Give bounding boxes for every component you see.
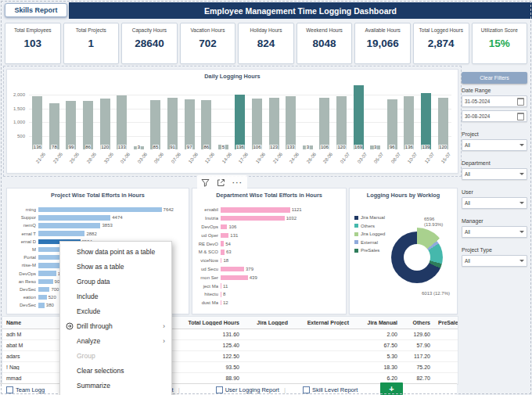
bar-row-hitectu[interactable]: hitectu8 bbox=[196, 290, 343, 299]
bar-value-label: 380 bbox=[46, 303, 54, 307]
daily-bar[interactable] bbox=[201, 100, 211, 149]
y-axis-tick-label: 1,000 bbox=[13, 120, 25, 124]
daily-bar[interactable] bbox=[235, 95, 245, 149]
h-bar[interactable] bbox=[221, 216, 285, 221]
daily-bar[interactable] bbox=[100, 99, 110, 149]
context-menu-item-drill-through[interactable]: Drill through› bbox=[60, 318, 171, 333]
daily-bar[interactable] bbox=[32, 96, 42, 149]
date-input[interactable]: 30-08-2024 bbox=[462, 110, 527, 122]
context-menu-item-group-data[interactable]: Group data bbox=[60, 274, 171, 289]
bar-row-ud-oper[interactable]: ud Oper131 bbox=[196, 231, 343, 239]
h-bar[interactable] bbox=[38, 279, 53, 285]
filter-icon[interactable] bbox=[201, 176, 210, 190]
worklog-donut[interactable] bbox=[387, 228, 447, 287]
bar-row-mon-ser[interactable]: mon Ser439 bbox=[196, 273, 343, 282]
department-efforts-chart[interactable]: Department Wise Total Efforts in Hours e… bbox=[192, 188, 347, 314]
add-page-button[interactable]: + bbox=[380, 382, 403, 395]
daily-bar-label: 3 bbox=[137, 145, 140, 150]
dropdown-project[interactable]: All bbox=[462, 139, 527, 151]
daily-bar[interactable] bbox=[438, 98, 448, 150]
context-menu-item-show-as-a-table[interactable]: Show as a table bbox=[60, 259, 171, 274]
clear-filters-button[interactable]: Clear Filters bbox=[462, 72, 527, 84]
context-menu-item-analyze[interactable]: Analyze› bbox=[60, 333, 171, 348]
filter-group-manager: ManagerAll bbox=[462, 218, 527, 238]
daily-bar[interactable] bbox=[252, 99, 262, 149]
daily-bar[interactable] bbox=[319, 98, 329, 149]
kpi-value: 15% bbox=[489, 38, 510, 49]
daily-bar[interactable] bbox=[286, 96, 296, 149]
h-bar[interactable] bbox=[38, 207, 162, 213]
table-cell: 131.60 bbox=[171, 332, 243, 337]
daily-bar[interactable] bbox=[354, 85, 364, 149]
context-menu-item-show-data-point-as-a-table[interactable]: Show data point as a table bbox=[60, 244, 171, 259]
bar-row-nemq[interactable]: nemQ3853 bbox=[10, 221, 185, 229]
h-bar[interactable] bbox=[221, 207, 290, 213]
h-bar[interactable] bbox=[221, 267, 244, 272]
dropdown-manager[interactable]: All bbox=[462, 226, 527, 238]
h-bar[interactable] bbox=[38, 295, 47, 300]
h-bar[interactable] bbox=[38, 303, 45, 308]
bar-row-erxabil[interactable]: erxabil1121 bbox=[196, 206, 343, 214]
bar-row-ernal-t[interactable]: ernal T2882 bbox=[10, 230, 185, 238]
h-bar[interactable] bbox=[38, 215, 110, 221]
tab-team-logg[interactable]: Team Logg bbox=[6, 386, 45, 393]
daily-logging-hours-chart[interactable]: Daily Logging Hours 5001,0001,5002,000 1… bbox=[6, 69, 458, 174]
h-bar[interactable] bbox=[38, 263, 61, 268]
bar-row-vicenow[interactable]: viceNow18 bbox=[196, 257, 343, 265]
bar-row-ject-ma[interactable]: ject Ma11 bbox=[196, 282, 343, 290]
daily-bar[interactable] bbox=[150, 100, 160, 149]
context-menu-item-include[interactable]: Include bbox=[60, 289, 171, 303]
daily-bar[interactable] bbox=[117, 95, 127, 149]
h-bar[interactable] bbox=[221, 283, 221, 289]
daily-bar[interactable] bbox=[167, 98, 178, 149]
daily-bar[interactable] bbox=[49, 103, 59, 150]
h-bar[interactable] bbox=[221, 233, 228, 239]
h-bar[interactable] bbox=[221, 250, 225, 255]
daily-bar[interactable] bbox=[336, 96, 347, 149]
h-bar[interactable] bbox=[38, 223, 100, 228]
chevron-down-icon bbox=[519, 260, 524, 262]
context-menu-item-summarize[interactable]: Summarize bbox=[60, 378, 171, 393]
dropdown-department[interactable]: All bbox=[462, 168, 527, 180]
bar-value-label: 8 bbox=[223, 292, 225, 296]
bar-value-label: 12 bbox=[223, 300, 228, 305]
daily-bar[interactable] bbox=[404, 96, 414, 149]
bar-row-invizia[interactable]: Invizia1032 bbox=[196, 214, 343, 223]
visual-hover-toolbar: ··· bbox=[197, 175, 247, 191]
h-bar[interactable] bbox=[221, 275, 248, 281]
context-menu-item-exclude[interactable]: Exclude bbox=[60, 303, 171, 318]
bar-row-ud-secu[interactable]: ud Secu379 bbox=[196, 265, 343, 274]
h-bar[interactable] bbox=[38, 231, 84, 236]
context-menu-item-clear-selections[interactable]: Clear selections bbox=[60, 363, 171, 378]
tab-user-logging-report[interactable]: User Logging Report bbox=[216, 386, 279, 393]
daily-bar[interactable] bbox=[66, 101, 76, 149]
x-axis-tick-label: 30-05 bbox=[96, 151, 113, 171]
more-options-icon[interactable]: ··· bbox=[232, 180, 243, 187]
bar-row-dust-ma[interactable]: dust Ma12 bbox=[196, 299, 343, 307]
daily-bar[interactable] bbox=[387, 99, 397, 149]
h-bar[interactable] bbox=[221, 241, 224, 246]
h-bar[interactable] bbox=[221, 224, 227, 230]
bar-row-suppor[interactable]: Suppor4474 bbox=[10, 214, 185, 221]
bar-row-re-devo[interactable]: RE DevO54 bbox=[196, 239, 343, 248]
daily-bar[interactable] bbox=[421, 93, 431, 149]
bar-row-devops[interactable]: DevOps106 bbox=[196, 223, 343, 232]
bar-row-rning[interactable]: rning7642 bbox=[10, 206, 185, 214]
worklog-donut-chart[interactable]: Logging Hours by Worklog Jira ManualOthe… bbox=[349, 188, 458, 314]
skills-report-button[interactable]: Skills Report bbox=[5, 3, 67, 17]
h-bar[interactable] bbox=[221, 258, 221, 264]
dropdown-project-type[interactable]: All bbox=[462, 255, 527, 267]
dropdown-user[interactable]: All bbox=[462, 197, 527, 209]
daily-bar[interactable] bbox=[83, 101, 93, 149]
donut-callout-label: 6013 (12.7%) bbox=[422, 291, 451, 296]
h-bar[interactable] bbox=[221, 292, 221, 297]
date-input[interactable]: 31-05-2024 bbox=[462, 95, 527, 107]
h-bar[interactable] bbox=[38, 271, 56, 276]
bar-row-m-sco[interactable]: M & SCO63 bbox=[196, 248, 343, 257]
tab-skill-level-report[interactable]: Skill Level Report bbox=[303, 386, 358, 393]
daily-bar[interactable] bbox=[269, 98, 279, 150]
export-icon[interactable] bbox=[217, 176, 225, 190]
h-bar[interactable] bbox=[38, 287, 49, 293]
daily-bar[interactable] bbox=[185, 99, 195, 149]
h-bar[interactable] bbox=[221, 300, 221, 306]
